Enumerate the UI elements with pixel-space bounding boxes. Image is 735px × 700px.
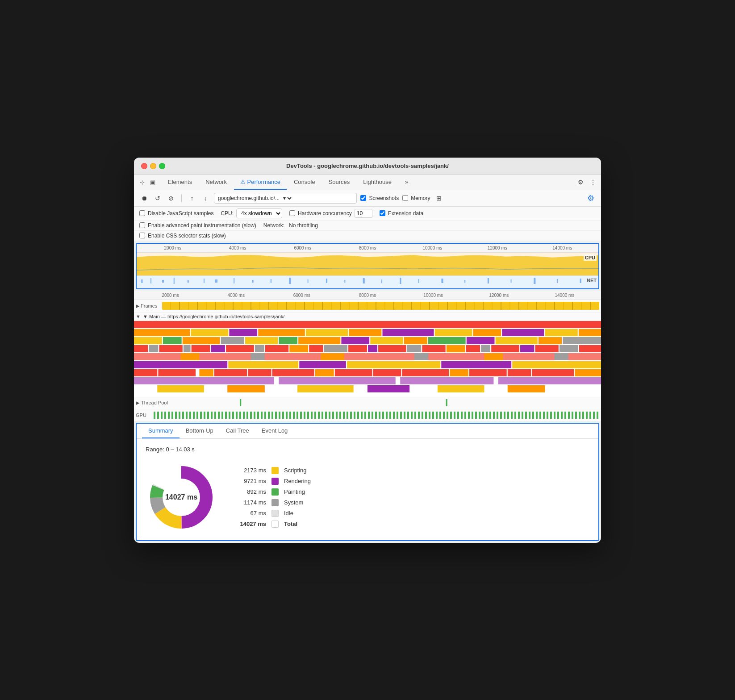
tab-console[interactable]: Console [288,175,322,190]
extension-data-checkbox[interactable] [380,210,385,216]
thread-pool-expand[interactable]: ▶ [136,400,139,406]
record-button[interactable]: ⏺ [139,193,149,203]
titlebar: DevTools - googlechrome.github.io/devtoo… [134,158,601,175]
settings-icon[interactable]: ⚙ [576,178,585,187]
hardware-concurrency-checkbox[interactable] [289,210,295,216]
memory-checkbox[interactable] [402,195,408,201]
svg-rect-107 [575,369,601,376]
svg-rect-117 [508,385,545,392]
idle-swatch [271,510,279,517]
svg-rect-14 [326,279,327,283]
svg-rect-108 [134,377,274,384]
main-header: ▼ ▼ Main — https://googlechrome.github.i… [134,312,601,321]
painting-value: 892 ms [235,488,266,495]
svg-rect-103 [450,369,468,376]
svg-rect-91 [441,361,511,368]
summary-body: 14027 ms 2173 ms Scripting 9721 ms Rende… [146,462,589,533]
thread-pool-label: Thread Pool [141,400,168,405]
net-waveform [137,276,598,288]
tab-more[interactable]: » [399,175,414,190]
svg-rect-34 [382,329,434,336]
flame-chart[interactable] [134,321,601,397]
hardware-concurrency-group: Hardware concurrency [289,209,372,218]
svg-rect-77 [535,345,559,352]
net-label: NET [587,278,597,283]
svg-rect-73 [466,345,480,352]
clear-button[interactable]: ⊘ [166,193,176,203]
svg-rect-64 [289,345,308,352]
minimize-button[interactable] [150,163,156,169]
tab-summary[interactable]: Summary [142,424,180,438]
svg-rect-81 [181,353,200,360]
tab-performance[interactable]: ⚠ Performance [234,175,287,190]
tab-elements[interactable]: Elements [162,175,198,190]
rendering-swatch [271,478,279,485]
svg-rect-25 [557,279,558,283]
svg-rect-78 [560,345,578,352]
disable-js-checkbox[interactable] [139,210,145,216]
main-label: ▼ Main — https://googlechrome.github.io/… [143,314,284,319]
svg-rect-101 [373,369,401,376]
svg-rect-53 [539,337,562,344]
range-text: Range: 0 – 14.03 s [146,446,589,453]
ruler-top: 2000 ms 4000 ms 6000 ms 8000 ms 10000 ms… [137,244,598,253]
ruler-mark-2: 4000 ms [205,246,270,250]
svg-rect-21 [464,280,465,283]
cpu-select[interactable]: 4x slowdown [236,208,282,218]
tab-event-log[interactable]: Event Log [255,424,294,438]
download-button[interactable]: ↓ [200,193,210,203]
url-dropdown[interactable]: ▾ [281,195,293,202]
scripting-swatch [271,467,279,474]
svg-rect-75 [491,345,519,352]
advanced-paint-checkbox[interactable] [139,222,145,228]
ruler-marks-top: 2000 ms 4000 ms 6000 ms 8000 ms 10000 ms… [137,246,598,250]
gpu-row: GPU [134,409,601,421]
legend-system: 1174 ms System [235,499,311,506]
maximize-button[interactable] [159,163,165,169]
svg-rect-114 [297,385,354,392]
css-selector-checkbox[interactable] [139,233,145,238]
css-selector-label[interactable]: Enable CSS selector stats (slow) [139,233,226,239]
total-swatch [271,521,279,528]
tab-actions: ⚙ ⋮ [576,178,597,187]
svg-rect-42 [183,337,220,344]
svg-rect-54 [563,337,601,344]
svg-rect-31 [258,329,305,336]
svg-rect-46 [298,337,340,344]
tab-sources[interactable]: Sources [322,175,356,190]
svg-rect-28 [134,329,190,336]
svg-rect-57 [159,345,182,352]
svg-rect-111 [498,377,601,384]
screenshots-checkbox[interactable] [360,195,366,201]
svg-rect-96 [214,369,247,376]
ruler-mark-6: 12000 ms [465,246,530,250]
svg-rect-74 [481,345,490,352]
legend-scripting: 2173 ms Scripting [235,467,311,474]
tab-network[interactable]: Network [199,175,233,190]
ruler-mark-5: 10000 ms [400,246,465,250]
inspector-icon[interactable]: ⊹ [138,178,146,187]
main-expand-btn[interactable]: ▼ [136,314,141,319]
svg-rect-15 [344,280,345,283]
svg-rect-67 [348,345,367,352]
refresh-button[interactable]: ↺ [153,193,163,203]
cpu-overview[interactable]: CPU [137,253,598,276]
memory-group: Memory [402,195,430,201]
tab-lighthouse[interactable]: Lighthouse [357,175,398,190]
svg-rect-19 [418,279,419,283]
svg-rect-23 [511,279,512,283]
svg-rect-69 [378,345,406,352]
device-icon[interactable]: ▣ [148,178,157,187]
memory-icon[interactable]: ⊞ [434,193,444,203]
hardware-concurrency-input[interactable] [355,209,372,218]
svg-rect-92 [512,361,601,368]
upload-button[interactable]: ↑ [187,193,197,203]
close-button[interactable] [141,163,147,169]
legend-total: 14027 ms Total [235,521,311,528]
advanced-paint-label[interactable]: Enable advanced paint instrumentation (s… [139,222,256,229]
more-icon[interactable]: ⋮ [589,178,597,187]
settings-gear-icon[interactable]: ⚙ [586,193,596,203]
tab-call-tree[interactable]: Call Tree [220,424,255,438]
tab-bottom-up[interactable]: Bottom-Up [180,424,220,438]
disable-js-label[interactable]: Disable JavaScript samples [139,210,213,217]
